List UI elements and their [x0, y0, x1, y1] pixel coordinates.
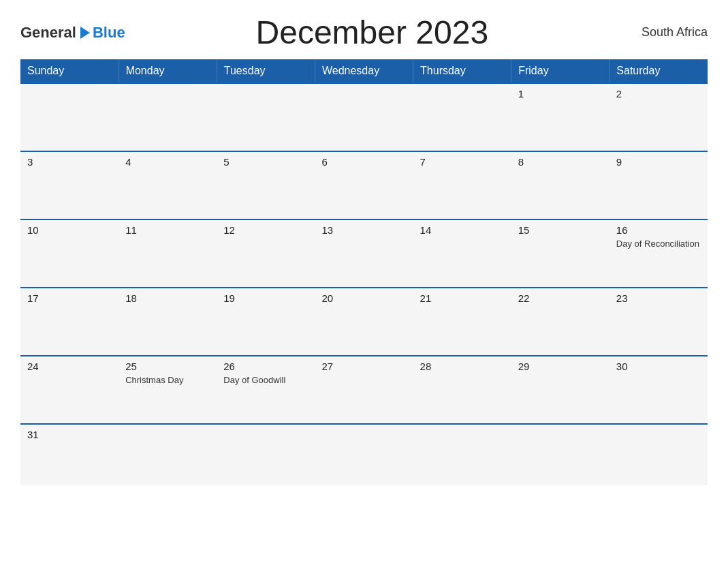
calendar-cell: 31	[20, 424, 118, 485]
day-number: 26	[223, 361, 308, 372]
day-of-week-monday: Monday	[118, 59, 217, 83]
day-number: 21	[420, 292, 505, 304]
calendar-cell: 20	[315, 288, 413, 356]
calendar-cell	[315, 424, 413, 485]
day-number: 12	[223, 224, 308, 236]
day-number: 4	[125, 156, 210, 168]
calendar-cell: 5	[217, 151, 315, 219]
calendar-event: Christmas Day	[125, 375, 210, 386]
page-header: General Blue December 2023 South Africa	[20, 14, 708, 51]
day-number: 9	[616, 156, 701, 168]
calendar-cell: 13	[315, 219, 413, 288]
calendar-cell: 1	[511, 83, 610, 151]
day-number: 15	[518, 224, 603, 236]
calendar-cell: 2	[610, 83, 708, 151]
day-number: 29	[518, 361, 603, 372]
logo-blue-text: Blue	[93, 24, 125, 42]
day-number: 19	[223, 292, 308, 304]
calendar-cell	[413, 83, 511, 151]
day-number: 8	[518, 156, 603, 168]
day-number: 22	[518, 292, 603, 304]
calendar-week-row: 10111213141516Day of Reconciliation	[20, 219, 708, 288]
calendar-week-row: 3456789	[20, 151, 708, 219]
calendar-cell: 17	[20, 288, 118, 356]
day-number: 23	[616, 292, 701, 304]
calendar-cell: 6	[315, 151, 413, 219]
calendar-cell	[20, 83, 118, 151]
calendar-week-row: 31	[20, 424, 708, 485]
calendar-cell: 8	[511, 151, 610, 219]
day-number: 14	[420, 224, 505, 236]
day-number: 20	[321, 292, 406, 304]
logo: General Blue	[20, 24, 125, 42]
day-of-week-tuesday: Tuesday	[217, 59, 315, 83]
day-of-week-friday: Friday	[511, 59, 610, 83]
calendar-cell: 22	[511, 288, 610, 356]
calendar-week-row: 2425Christmas Day26Day of Goodwill272829…	[20, 356, 708, 424]
day-number: 25	[125, 361, 210, 372]
calendar-cell: 29	[511, 356, 610, 424]
calendar-cell: 14	[413, 219, 511, 288]
calendar-week-row: 12	[20, 83, 708, 151]
calendar-cell: 16Day of Reconciliation	[610, 219, 708, 288]
calendar-header-row: SundayMondayTuesdayWednesdayThursdayFrid…	[20, 59, 708, 83]
calendar-cell	[118, 424, 217, 485]
day-of-week-wednesday: Wednesday	[315, 59, 413, 83]
calendar-cell: 15	[511, 219, 610, 288]
calendar-cell: 10	[20, 219, 118, 288]
calendar-cell	[118, 83, 217, 151]
calendar-cell	[610, 424, 708, 485]
calendar-title: December 2023	[125, 14, 619, 51]
calendar-cell: 7	[413, 151, 511, 219]
country-label: South Africa	[619, 25, 708, 40]
day-number: 24	[27, 361, 112, 372]
calendar-table: SundayMondayTuesdayWednesdayThursdayFrid…	[20, 59, 708, 485]
day-number: 1	[518, 88, 603, 100]
day-number: 17	[27, 292, 112, 304]
calendar-cell	[511, 424, 610, 485]
day-number: 11	[125, 224, 210, 236]
calendar-event: Day of Goodwill	[223, 375, 308, 386]
day-of-week-thursday: Thursday	[413, 59, 511, 83]
calendar-cell: 4	[118, 151, 217, 219]
calendar-cell	[217, 83, 315, 151]
calendar-cell: 28	[413, 356, 511, 424]
day-number: 18	[125, 292, 210, 304]
calendar-cell	[413, 424, 511, 485]
day-number: 5	[223, 156, 308, 168]
calendar-cell: 23	[610, 288, 708, 356]
day-number: 7	[420, 156, 505, 168]
day-number: 16	[616, 224, 701, 236]
calendar-cell: 24	[20, 356, 118, 424]
calendar-cell: 9	[610, 151, 708, 219]
calendar-cell: 25Christmas Day	[118, 356, 217, 424]
calendar-cell: 30	[610, 356, 708, 424]
calendar-cell: 11	[118, 219, 217, 288]
calendar-cell: 21	[413, 288, 511, 356]
logo-triangle-icon	[80, 27, 90, 39]
day-number: 13	[321, 224, 406, 236]
day-number: 2	[616, 88, 701, 100]
day-number: 10	[27, 224, 112, 236]
day-number: 27	[321, 361, 406, 372]
calendar-cell	[315, 83, 413, 151]
calendar-cell: 18	[118, 288, 217, 356]
day-of-week-sunday: Sunday	[20, 59, 118, 83]
day-number: 3	[27, 156, 112, 168]
day-number: 6	[321, 156, 406, 168]
calendar-event: Day of Reconciliation	[616, 239, 701, 250]
logo-general-text: General	[20, 24, 76, 42]
calendar-cell: 27	[315, 356, 413, 424]
day-number: 31	[27, 429, 112, 440]
calendar-cell: 12	[217, 219, 315, 288]
day-number: 28	[420, 361, 505, 372]
calendar-week-row: 17181920212223	[20, 288, 708, 356]
calendar-cell	[217, 424, 315, 485]
day-number: 30	[616, 361, 701, 372]
calendar-cell: 19	[217, 288, 315, 356]
calendar-cell: 3	[20, 151, 118, 219]
day-of-week-saturday: Saturday	[610, 59, 708, 83]
calendar-cell: 26Day of Goodwill	[217, 356, 315, 424]
